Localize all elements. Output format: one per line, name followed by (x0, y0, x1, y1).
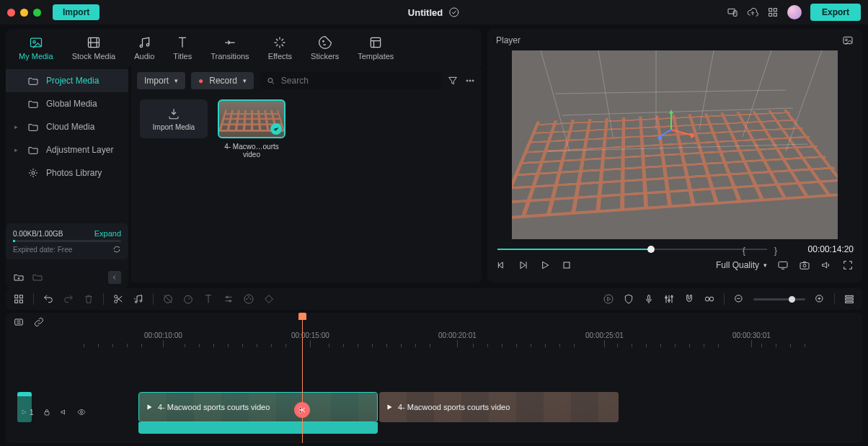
import-dropdown[interactable]: Import▾ (137, 72, 185, 89)
zoom-slider[interactable] (753, 298, 805, 300)
undo-icon[interactable] (43, 293, 54, 305)
color-icon[interactable] (243, 293, 254, 305)
minimize-window[interactable] (20, 9, 28, 17)
stop-icon[interactable] (561, 259, 572, 271)
voice-icon[interactable] (643, 293, 655, 305)
zoom-in-icon[interactable] (814, 293, 825, 305)
expiry-info: Expired date: Free (13, 246, 72, 254)
devices-icon[interactable] (727, 6, 738, 18)
tab-templates[interactable]: Templates (350, 32, 401, 63)
player-progress[interactable]: { } 00:00:14:20 (496, 245, 854, 254)
split-icon[interactable] (112, 293, 124, 305)
prev-frame-icon[interactable] (496, 259, 508, 271)
playback-quality-dropdown[interactable]: Full Quality▾ (716, 260, 767, 270)
avatar[interactable] (787, 5, 802, 19)
play-next-icon[interactable] (518, 259, 529, 271)
zoom-out-icon[interactable] (733, 293, 745, 305)
filter-icon[interactable] (447, 75, 459, 86)
record-dropdown[interactable]: ●Record▾ (191, 72, 254, 89)
magnet-icon[interactable] (683, 293, 695, 305)
play-icon[interactable] (539, 259, 551, 271)
import-button[interactable]: Import (53, 4, 99, 20)
tracks-area[interactable]: 4- Macwood sports courts video 4- Macwoo… (84, 392, 862, 434)
grid-layout-icon[interactable] (13, 293, 25, 305)
marker-shield-icon[interactable] (623, 293, 634, 305)
tab-effects[interactable]: Effects (261, 32, 299, 63)
svg-point-8 (33, 40, 35, 43)
zoom-window[interactable] (33, 9, 41, 17)
svg-marker-79 (148, 405, 152, 410)
tab-titles[interactable]: Titles (166, 32, 199, 63)
tab-audio[interactable]: Audio (127, 32, 161, 63)
sidebar-item-adjustment-layer[interactable]: ▸Adjustment Layer (6, 138, 128, 161)
player-viewport[interactable] (512, 50, 838, 239)
svg-rect-47 (15, 300, 18, 303)
search-box[interactable] (260, 72, 441, 89)
import-media-card[interactable]: Import Media (140, 99, 208, 159)
new-folder-icon[interactable] (13, 272, 25, 283)
refresh-icon[interactable] (112, 245, 121, 254)
svg-line-25 (743, 50, 771, 137)
tab-stickers[interactable]: Stickers (304, 32, 346, 63)
template-icon (368, 35, 383, 50)
redo-icon[interactable] (63, 293, 74, 305)
film-icon (87, 35, 101, 50)
text-tool-icon[interactable] (203, 293, 214, 305)
auto-play-icon[interactable] (603, 293, 614, 305)
track-layout-icon[interactable] (843, 293, 855, 305)
keyframe-icon[interactable] (263, 293, 275, 305)
video-track-1[interactable]: 4- Macwood sports courts video 4- Macwoo… (84, 392, 862, 434)
beat-icon[interactable] (133, 293, 144, 305)
collapse-panel-button[interactable] (108, 271, 121, 284)
in-out-braces[interactable]: { } (743, 245, 790, 256)
import-icon (167, 107, 180, 120)
svg-marker-63 (608, 297, 611, 300)
speed-icon[interactable] (182, 293, 194, 305)
sparkle-icon (273, 35, 287, 50)
tab-my-media[interactable]: My Media (12, 32, 61, 63)
svg-point-10 (140, 45, 142, 47)
search-input[interactable] (281, 76, 434, 86)
mixer-icon[interactable] (663, 293, 675, 305)
snapshot-icon[interactable] (799, 259, 810, 271)
svg-point-15 (268, 78, 273, 82)
link-toggle-icon[interactable] (704, 293, 715, 305)
playhead[interactable] (302, 313, 303, 443)
sidebar-item-photos-library[interactable]: Photos Library (6, 161, 128, 184)
clip-a[interactable]: 4- Macwood sports courts video (138, 392, 378, 422)
svg-rect-68 (706, 297, 709, 300)
sidebar-item-project-media[interactable]: Project Media (6, 69, 128, 92)
apps-icon[interactable] (767, 6, 779, 18)
cut-indicator-icon[interactable] (294, 402, 310, 418)
track-gutter: 1 (13, 313, 82, 443)
mini-clip-preview[interactable] (17, 392, 32, 422)
search-icon (267, 76, 275, 86)
mute-icon[interactable] (60, 408, 68, 416)
media-clip-1[interactable]: 4- Macwo…ourts video (218, 99, 285, 159)
close-window[interactable] (7, 9, 15, 17)
svg-rect-41 (564, 262, 570, 268)
tab-stock-media[interactable]: Stock Media (65, 32, 123, 63)
delete-icon[interactable] (83, 293, 94, 305)
more-icon[interactable] (464, 75, 476, 86)
adjust-icon[interactable] (223, 293, 234, 305)
svg-line-21 (541, 50, 570, 151)
expand-storage-link[interactable]: Expand (94, 229, 121, 238)
new-bin-icon[interactable] (32, 272, 43, 283)
time-ruler[interactable]: 00:00:10:00 00:00:15:00 00:00:20:01 00:0… (84, 331, 862, 349)
sidebar-item-global-media[interactable]: Global Media (6, 92, 128, 115)
display-icon[interactable] (777, 259, 789, 271)
clip-b[interactable]: 4- Macwood sports courts video (379, 392, 619, 422)
snapshot-settings-icon[interactable] (842, 35, 854, 46)
lock-icon[interactable] (43, 408, 51, 416)
sidebar-item-cloud-media[interactable]: ▸Cloud Media (6, 115, 128, 138)
media-thumbnail[interactable] (218, 99, 285, 138)
tab-transitions[interactable]: Transitions (203, 32, 256, 63)
volume-icon[interactable] (820, 259, 832, 271)
transition-icon (223, 35, 237, 50)
cloud-upload-icon[interactable] (747, 6, 758, 18)
fullscreen-icon[interactable] (842, 259, 854, 271)
export-button[interactable]: Export (810, 4, 861, 21)
crop-icon[interactable] (162, 293, 174, 305)
clip-a-audio[interactable] (138, 422, 378, 434)
